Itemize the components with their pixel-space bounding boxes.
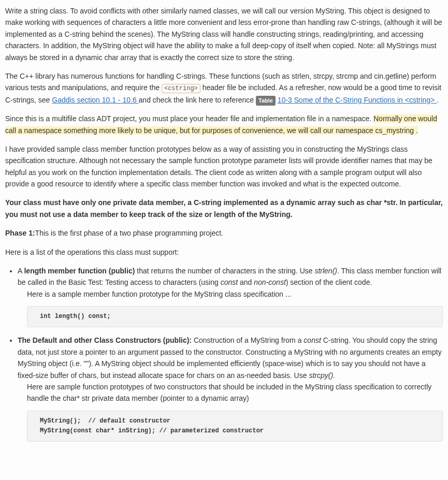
- hl-part2: .: [414, 126, 418, 135]
- phase-paragraph: Phase 1:This is the first phase of a two…: [5, 227, 443, 239]
- nonconst-italic: non-const: [254, 278, 285, 286]
- constructor-codeblock: MyString(); // default constructor MyStr…: [27, 411, 443, 442]
- strlen-italic: strlen(): [314, 267, 337, 275]
- gaddis-link[interactable]: Gaddis section 10.1 - 10.6: [52, 96, 138, 104]
- table-link[interactable]: 10-3 Some of the C-String Functions in <…: [278, 96, 437, 104]
- text-fragment: Construction of a MyString from a: [194, 336, 304, 344]
- constructor-prototype-intro: Here are sample function prototypes of t…: [27, 381, 443, 404]
- length-codeblock: int length() const;: [27, 306, 443, 327]
- sample-prototype-intro: Here is a sample member function prototy…: [27, 288, 443, 300]
- list-item: A length member function (public) that r…: [18, 265, 443, 327]
- strcpy-italic: strcpy(): [309, 371, 333, 380]
- phase-label: Phase 1:: [5, 229, 35, 237]
- prototypes-intro-paragraph: I have provided sample class member func…: [5, 143, 443, 190]
- table-badge: Table: [256, 96, 276, 106]
- const-italic: const: [304, 336, 321, 344]
- namespace-paragraph: Since this is a multifile class ADT proj…: [5, 113, 443, 136]
- requirement-paragraph: Your class must have only one private da…: [5, 197, 443, 220]
- text-fragment: .: [333, 371, 335, 380]
- list-item: The Default and other Class Constructors…: [18, 334, 443, 442]
- cstring-paragraph: The C++ library has numerous functions f…: [5, 70, 443, 106]
- operations-list: A length member function (public) that r…: [5, 265, 443, 442]
- operations-intro: Here is a list of the operations this cl…: [5, 246, 443, 258]
- namespace-name: namespace cs_mystring: [336, 126, 414, 135]
- text-fragment: that returns the number of characters in…: [135, 267, 314, 275]
- constructors-label: The Default and other Class Constructors…: [18, 336, 194, 344]
- phase-text: This is the first phase of a two phase p…: [35, 229, 223, 237]
- text-fragment: and: [238, 278, 254, 286]
- text-fragment: A: [18, 267, 24, 275]
- text-fragment: ) section of the client code.: [286, 278, 372, 286]
- text-fragment: .: [437, 96, 439, 104]
- cstring-code-inline: <cstring>: [162, 84, 200, 93]
- const-italic: const: [221, 278, 238, 286]
- length-fn-label: length member function (public): [24, 267, 135, 275]
- intro-paragraph: Write a string class. To avoid conflicts…: [5, 5, 443, 63]
- text-fragment: and check the link here to reference: [139, 96, 256, 104]
- text-fragment: Since this is a multifile class ADT proj…: [5, 114, 373, 123]
